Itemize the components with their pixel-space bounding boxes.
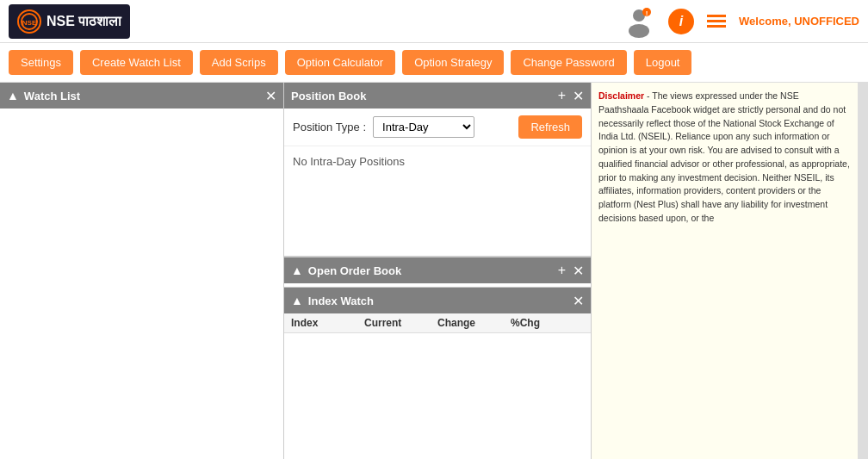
disclaimer-panel: Disclaimer - The views expressed under t… xyxy=(591,83,858,459)
person-icon: ! xyxy=(623,5,655,38)
watch-list-title: Watch List xyxy=(24,90,80,102)
watch-list-header: ▲ Watch List ✕ xyxy=(0,83,283,109)
disclaimer-title: Disclaimer xyxy=(598,90,644,101)
position-type-label: Position Type : xyxy=(293,121,366,133)
position-type-select[interactable]: Intra-Day Carry Forward All xyxy=(373,116,474,138)
svg-text:!: ! xyxy=(646,9,648,17)
svg-point-3 xyxy=(629,24,649,38)
option-strategy-button[interactable]: Option Strategy xyxy=(402,50,504,75)
index-watch-arrow-icon: ▲ xyxy=(291,294,303,307)
open-order-header: ▲ Open Order Book + ✕ xyxy=(284,257,591,283)
index-col-change: Change xyxy=(437,317,511,329)
right-content: Position Book + ✕ Position Type : Intra-… xyxy=(284,83,591,459)
index-watch: ▲ Index Watch ✕ Index Current Change %Ch… xyxy=(284,287,591,459)
open-order-book: ▲ Open Order Book + ✕ xyxy=(284,257,591,287)
index-table-header: Index Current Change %Chg xyxy=(284,313,591,333)
open-order-close-icon[interactable]: ✕ xyxy=(573,263,584,279)
menu-icon-btn[interactable] xyxy=(707,15,726,28)
watch-list-content xyxy=(0,109,283,459)
welcome-text: Welcome, UNOFFICED xyxy=(739,15,859,28)
create-watch-list-button[interactable]: Create Watch List xyxy=(80,50,193,75)
open-order-title: Open Order Book xyxy=(308,264,401,277)
person-icon-btn[interactable]: ! xyxy=(623,5,655,38)
index-col-current: Current xyxy=(364,317,437,329)
menu-icon xyxy=(707,15,726,28)
open-order-arrow-icon: ▲ xyxy=(291,264,303,277)
index-watch-title: Index Watch xyxy=(308,295,374,307)
logo-text: NSE पाठशाला xyxy=(46,14,121,29)
watch-list-panel: ▲ Watch List ✕ xyxy=(0,83,284,459)
logo-area: NSE NSE पाठशाला xyxy=(9,4,130,39)
header: NSE NSE पाठशाला ! i Welcome, UNOFFICED xyxy=(0,0,868,43)
svg-text:NSE: NSE xyxy=(22,19,37,27)
refresh-button[interactable]: Refresh xyxy=(518,115,582,139)
index-col-pctchg: %Chg xyxy=(511,317,584,329)
navbar: Settings Create Watch List Add Scrips Op… xyxy=(0,43,868,83)
position-book-close-icon[interactable]: ✕ xyxy=(573,88,584,104)
settings-button[interactable]: Settings xyxy=(9,50,73,75)
index-watch-close-icon[interactable]: ✕ xyxy=(573,293,584,309)
position-book-body: No Intra-Day Positions xyxy=(284,146,591,256)
scroll-indicator[interactable] xyxy=(858,83,868,459)
watch-list-arrow-icon: ▲ xyxy=(7,89,19,102)
position-book: Position Book + ✕ Position Type : Intra-… xyxy=(284,83,591,257)
position-book-header: Position Book + ✕ xyxy=(284,83,591,109)
index-watch-header: ▲ Index Watch ✕ xyxy=(284,288,591,313)
position-book-plus-icon[interactable]: + xyxy=(558,88,566,103)
nse-logo-icon: NSE xyxy=(17,9,41,34)
logout-button[interactable]: Logout xyxy=(634,50,692,75)
logo-box: NSE NSE पाठशाला xyxy=(9,4,130,39)
open-order-plus-icon[interactable]: + xyxy=(558,263,566,278)
position-book-toolbar: Position Type : Intra-Day Carry Forward … xyxy=(284,109,591,146)
header-icons: ! i Welcome, UNOFFICED xyxy=(623,5,859,38)
info-icon[interactable]: i xyxy=(668,9,694,34)
option-calculator-button[interactable]: Option Calculator xyxy=(285,50,395,75)
add-scrips-button[interactable]: Add Scrips xyxy=(200,50,278,75)
index-col-index: Index xyxy=(291,317,364,329)
position-book-title: Position Book xyxy=(291,90,366,102)
watch-list-close-icon[interactable]: ✕ xyxy=(265,88,276,104)
right-main: Position Book + ✕ Position Type : Intra-… xyxy=(284,83,868,459)
disclaimer-text: - The views expressed under the NSE Paat… xyxy=(598,90,850,223)
main-layout: ▲ Watch List ✕ Position Book + ✕ xyxy=(0,83,868,459)
change-password-button[interactable]: Change Password xyxy=(511,50,626,75)
no-positions-text: No Intra-Day Positions xyxy=(293,155,405,168)
